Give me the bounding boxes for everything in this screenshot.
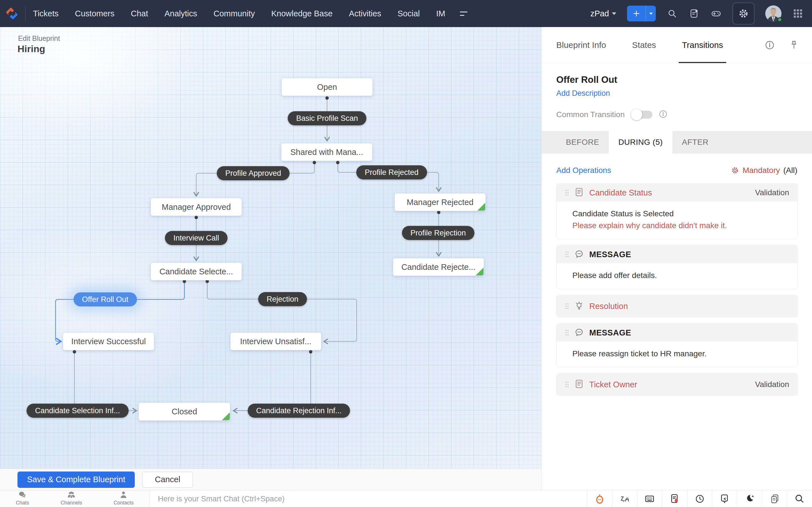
- copy-docs-icon[interactable]: [762, 490, 787, 507]
- drag-handle-icon[interactable]: [565, 330, 569, 336]
- operation-card-resolution[interactable]: Resolution: [556, 295, 798, 318]
- tab-states[interactable]: States: [632, 27, 656, 63]
- common-transition-toggle[interactable]: [631, 110, 652, 119]
- transition-pill-candidate-rejection-inf[interactable]: Candidate Rejection Inf...: [248, 404, 350, 418]
- smart-chat-input[interactable]: [158, 495, 581, 503]
- gamescope-icon[interactable]: [711, 8, 722, 19]
- main-nav: TicketsCustomersChatAnalyticsCommunityKn…: [33, 9, 445, 18]
- transition-details-panel: Blueprint Info States Transitions Offer …: [541, 27, 812, 507]
- nav-item-activities[interactable]: Activities: [349, 9, 381, 18]
- drag-handle-icon[interactable]: [565, 381, 569, 388]
- user-avatar[interactable]: [765, 5, 781, 22]
- drag-handle-icon[interactable]: [565, 303, 569, 309]
- nav-item-chat[interactable]: Chat: [131, 9, 148, 18]
- nav-item-customers[interactable]: Customers: [75, 9, 114, 18]
- state-node-interview-successful[interactable]: Interview Successful: [63, 333, 154, 350]
- zoho-desk-logo[interactable]: [0, 0, 24, 27]
- transition-phase-tabs: BEFORE DURING (5) AFTER: [542, 131, 812, 154]
- state-node-candidate-rejecte[interactable]: Candidate Rejecte...: [393, 258, 484, 276]
- nav-item-tickets[interactable]: Tickets: [33, 9, 59, 18]
- channels-icon: [67, 491, 75, 501]
- feedback-icon[interactable]: [662, 490, 687, 507]
- nav-item-community[interactable]: Community: [213, 9, 255, 18]
- nav-item-analytics[interactable]: Analytics: [164, 9, 197, 18]
- transition-pill-rejection[interactable]: Rejection: [258, 292, 307, 306]
- operation-card-candidate-status[interactable]: Candidate StatusValidationCandidate Stat…: [556, 183, 798, 239]
- form-icon: [574, 379, 583, 390]
- add-operations-link[interactable]: Add Operations: [556, 166, 611, 175]
- operation-detail-line: Please reassign ticket to HR manager.: [572, 348, 789, 360]
- state-node-closed[interactable]: Closed: [139, 403, 230, 420]
- nav-item-knowledge-base[interactable]: Knowledge Base: [271, 9, 333, 18]
- exit-icon[interactable]: [712, 490, 737, 507]
- quick-add-dropdown[interactable]: [646, 6, 656, 21]
- operation-card-message[interactable]: MESSAGEPlease add offer details.: [556, 245, 798, 289]
- state-node-shared-with-mana[interactable]: Shared with Mana...: [282, 144, 372, 161]
- transition-pill-offer-roll-out[interactable]: Offer Roll Out: [73, 292, 137, 306]
- zoom-search-icon[interactable]: [787, 490, 812, 507]
- operation-title[interactable]: Ticket Owner: [589, 380, 637, 389]
- operation-title[interactable]: MESSAGE: [589, 328, 631, 337]
- taskbar-channels-button[interactable]: Channels: [61, 490, 82, 506]
- mandatory-label: Mandatory: [743, 166, 780, 175]
- transition-pill-interview-call[interactable]: Interview Call: [165, 231, 227, 245]
- chat-shortcuts: ChatsChannelsContacts: [0, 490, 150, 507]
- nav-item-social[interactable]: Social: [398, 9, 420, 18]
- transition-pill-profile-rejection[interactable]: Profile Rejection: [402, 226, 474, 240]
- state-node-manager-rejected[interactable]: Manager Rejected: [395, 193, 486, 211]
- nav-item-im[interactable]: IM: [436, 9, 445, 18]
- transition-pill-candidate-selection-inf[interactable]: Candidate Selection Inf...: [27, 404, 129, 418]
- zia-signature-icon[interactable]: [612, 490, 637, 507]
- info-icon[interactable]: [764, 40, 775, 51]
- tab-transitions[interactable]: Transitions: [682, 27, 723, 63]
- history-clock-icon[interactable]: [687, 490, 712, 507]
- bottom-taskbar: ChatsChannelsContacts: [0, 490, 812, 507]
- plus-icon[interactable]: [627, 6, 646, 21]
- setup-button[interactable]: [732, 3, 755, 24]
- operation-card-message[interactable]: MESSAGEPlease reassign ticket to HR mana…: [556, 323, 798, 367]
- bulb-icon: [574, 301, 583, 311]
- smart-chat-bar[interactable]: [158, 490, 581, 507]
- transition-pill-profile-rejected[interactable]: Profile Rejected: [356, 165, 427, 179]
- state-node-open[interactable]: Open: [282, 78, 372, 96]
- tab-after[interactable]: AFTER: [672, 131, 718, 154]
- tab-blueprint-info[interactable]: Blueprint Info: [556, 27, 606, 63]
- panel-tabs: Blueprint Info States Transitions: [542, 27, 812, 63]
- state-node-candidate-selecte[interactable]: Candidate Selecte...: [151, 263, 242, 280]
- tab-during[interactable]: DURING (5): [609, 131, 672, 154]
- quick-add-button[interactable]: [627, 6, 656, 21]
- blueprint-canvas[interactable]: Edit Blueprint Hiring: [0, 27, 541, 469]
- taskbar-contacts-button[interactable]: Contacts: [114, 490, 134, 506]
- operation-detail-line: Please add offer details.: [572, 270, 789, 281]
- operation-title[interactable]: Resolution: [589, 302, 628, 311]
- taskbar-chats-button[interactable]: Chats: [16, 490, 29, 506]
- drag-handle-icon[interactable]: [565, 251, 569, 258]
- transition-pill-profile-approved[interactable]: Profile Approved: [217, 166, 290, 180]
- operation-detail-line: Please explain why candidate didn't make…: [572, 220, 789, 231]
- nav-more-icon[interactable]: [460, 11, 467, 16]
- save-complete-button[interactable]: Save & Complete Blueprint: [17, 471, 135, 488]
- drag-handle-icon[interactable]: [565, 189, 569, 196]
- portal-switcher[interactable]: zPad: [591, 9, 616, 18]
- operation-detail-line: Candidate Status is Selected: [572, 208, 789, 220]
- operation-title[interactable]: MESSAGE: [589, 250, 631, 259]
- connector-lines: [0, 27, 541, 469]
- pin-icon[interactable]: [788, 40, 800, 51]
- add-description-link[interactable]: Add Description: [556, 89, 610, 98]
- feeds-icon[interactable]: [689, 8, 700, 19]
- night-mode-icon[interactable]: [737, 490, 762, 507]
- zia-assistant-icon[interactable]: [587, 490, 612, 507]
- state-node-interview-unsatisf[interactable]: Interview Unsatisf...: [231, 333, 321, 350]
- search-icon[interactable]: [666, 8, 678, 19]
- cancel-button[interactable]: Cancel: [142, 472, 193, 488]
- operation-title[interactable]: Candidate Status: [589, 188, 652, 198]
- common-transition-info-icon[interactable]: [659, 110, 668, 120]
- apps-grid-icon[interactable]: [792, 8, 804, 19]
- keyboard-icon[interactable]: [637, 490, 662, 507]
- tab-before[interactable]: BEFORE: [556, 131, 609, 154]
- message-icon: [574, 328, 583, 338]
- state-node-manager-approved[interactable]: Manager Approved: [151, 198, 242, 216]
- transition-pill-basic-profile-scan[interactable]: Basic Profile Scan: [288, 111, 366, 125]
- operation-card-ticket-owner[interactable]: Ticket OwnerValidation: [556, 373, 798, 396]
- mandatory-filter[interactable]: Mandatory (All): [731, 166, 797, 175]
